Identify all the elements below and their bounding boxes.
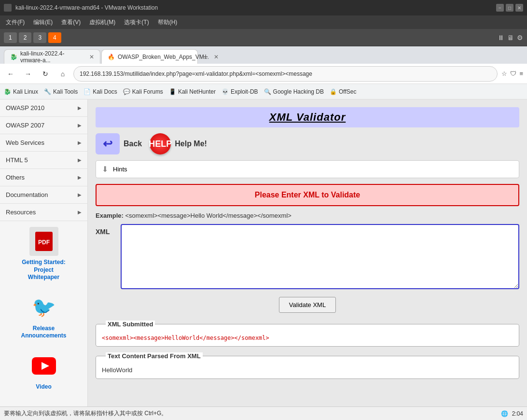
xml-textarea[interactable] bbox=[121, 224, 519, 289]
app-icon bbox=[4, 4, 12, 12]
vm-tab-close[interactable]: ✕ bbox=[89, 54, 94, 60]
bookmarks-bar: 🐉 Kali Linux 🔧 Kali Tools 📄 Kali Docs 💬 … bbox=[0, 84, 527, 99]
vm-tabs: 1 2 3 4 bbox=[4, 32, 61, 43]
xml-submitted-legend: XML Submitted bbox=[106, 321, 155, 328]
sidebar-release-announcements[interactable]: 🐦 ReleaseAnnouncements bbox=[0, 287, 87, 346]
minimize-button[interactable]: − bbox=[496, 4, 504, 12]
bookmark-kali-nethunter[interactable]: 📱 Kali NetHunter bbox=[169, 88, 216, 95]
vm-tab-favicon: 🐉 bbox=[10, 54, 17, 60]
close-button[interactable]: ✕ bbox=[515, 4, 523, 12]
home-button[interactable]: ⌂ bbox=[56, 67, 69, 81]
title-bar: kali-linux-2022.4-vmware-amd64 - VMware … bbox=[0, 0, 527, 15]
hints-label: Hints bbox=[113, 166, 127, 173]
validate-btn-row: Validate XML bbox=[96, 297, 519, 313]
menu-help[interactable]: 帮助(H) bbox=[154, 16, 181, 28]
sidebar-item-owasp2007[interactable]: OWASP 2007 ▶ bbox=[0, 117, 87, 134]
owasp-tab-label: OWASP_Broken_Web_Apps_VM... bbox=[118, 54, 209, 60]
address-input[interactable] bbox=[73, 66, 498, 82]
address-bar: ← → ↻ ⌂ ☆ 🛡 ≡ bbox=[0, 64, 527, 84]
menu-vm[interactable]: 虚拟机(M) bbox=[85, 16, 119, 28]
window-controls: − □ ✕ bbox=[496, 4, 523, 12]
bookmark-kali-forums[interactable]: 💬 Kali Forums bbox=[123, 88, 163, 95]
status-text: 要将输入定向到该虚拟机，请将鼠标指针移入其中或按 Ctrl+G。 bbox=[4, 409, 167, 418]
browser-tab-owasp[interactable]: 🔥 OWASP_Broken_Web_Apps_VM... ✕ bbox=[101, 49, 198, 64]
vmware-toolbar: 1 2 3 4 ⏸ 🖥 ⚙ bbox=[0, 29, 527, 46]
settings-icon: ⚙ bbox=[517, 34, 523, 42]
vmware-toolbar-icons: ⏸ 🖥 ⚙ bbox=[498, 34, 523, 42]
bookmark-exploit-db[interactable]: 💀 Exploit-DB bbox=[222, 88, 258, 95]
back-arrow-icon: ↩ bbox=[96, 133, 120, 154]
back-button[interactable]: ↩ Back bbox=[96, 133, 142, 154]
sidebar-item-documentation[interactable]: Documentation ▶ bbox=[0, 186, 87, 204]
release-announcements-label: ReleaseAnnouncements bbox=[6, 325, 82, 340]
help-icon: HELP bbox=[150, 133, 171, 154]
owasp2007-arrow-icon: ▶ bbox=[78, 123, 82, 128]
example-label: Example: bbox=[96, 212, 124, 219]
action-bar: ↩ Back HELP Help Me! bbox=[96, 133, 519, 154]
sidebar-item-others[interactable]: Others ▶ bbox=[0, 169, 87, 186]
xml-submitted-fieldset: XML Submitted <somexml><message>HelloWor… bbox=[96, 321, 519, 347]
bookmark-kali-docs[interactable]: 📄 Kali Docs bbox=[83, 88, 117, 95]
main-area: OWASP 2010 ▶ OWASP 2007 ▶ Web Services ▶… bbox=[0, 99, 527, 406]
address-bar-icons: ☆ 🛡 ≡ bbox=[501, 70, 523, 77]
vm-tab-1[interactable]: 1 bbox=[4, 32, 17, 43]
others-arrow-icon: ▶ bbox=[78, 175, 82, 180]
sidebar-item-web-services[interactable]: Web Services ▶ bbox=[0, 134, 87, 152]
forward-nav-button[interactable]: → bbox=[21, 67, 35, 81]
menu-edit[interactable]: 编辑(E) bbox=[29, 16, 56, 28]
help-button[interactable]: HELP Help Me! bbox=[150, 133, 207, 154]
vm-tab-4[interactable]: 4 bbox=[48, 32, 61, 43]
sidebar: OWASP 2010 ▶ OWASP 2007 ▶ Web Services ▶… bbox=[0, 99, 88, 406]
example-value: <somexml><message>Hello World</message><… bbox=[125, 212, 291, 219]
menu-file[interactable]: 文件(F) bbox=[2, 16, 28, 28]
svg-text:PDF: PDF bbox=[38, 239, 50, 246]
bookmark-kali-linux[interactable]: 🐉 Kali Linux bbox=[4, 88, 38, 95]
web-services-arrow-icon: ▶ bbox=[78, 140, 82, 145]
browser-tab-vm[interactable]: 🐉 kali-linux-2022.4-vmware-a... ✕ bbox=[4, 49, 100, 64]
help-label: Help Me! bbox=[175, 140, 207, 148]
menu-icon[interactable]: ≡ bbox=[519, 70, 523, 77]
text-parsed-legend: Text Content Parsed From XML bbox=[106, 352, 203, 360]
content-area: XML Validator ↩ Back HELP Help Me! ⬇ Hin… bbox=[88, 99, 527, 406]
status-right: 🌐 2:04 bbox=[501, 410, 523, 417]
sidebar-video[interactable]: Video bbox=[0, 346, 87, 397]
screen-icon: 🖥 bbox=[507, 34, 514, 42]
vm-tab-3[interactable]: 3 bbox=[33, 32, 46, 43]
bookmark-kali-tools[interactable]: 🔧 Kali Tools bbox=[44, 88, 78, 95]
vm-tab-2[interactable]: 2 bbox=[19, 32, 32, 43]
hints-icon: ⬇ bbox=[102, 165, 108, 174]
clock: 2:04 bbox=[512, 410, 523, 417]
text-parsed-value: HelloWorld bbox=[102, 366, 513, 374]
star-icon[interactable]: ☆ bbox=[501, 70, 507, 77]
sidebar-item-owasp2010[interactable]: OWASP 2010 ▶ bbox=[0, 99, 87, 117]
documentation-arrow-icon: ▶ bbox=[78, 192, 82, 197]
sidebar-item-html5[interactable]: HTML 5 ▶ bbox=[0, 152, 87, 169]
xml-form: XML bbox=[96, 224, 519, 289]
owasp-tab-close[interactable]: ✕ bbox=[214, 54, 219, 60]
bookmark-offsec[interactable]: 🔒 OffSec bbox=[330, 88, 356, 95]
validate-button[interactable]: Validate XML bbox=[279, 297, 336, 313]
menu-view[interactable]: 查看(V) bbox=[57, 16, 84, 28]
resources-arrow-icon: ▶ bbox=[78, 210, 82, 215]
back-label: Back bbox=[124, 140, 142, 148]
shield-icon: 🛡 bbox=[510, 70, 516, 77]
sidebar-getting-started[interactable]: PDF Getting Started:ProjectWhitepaper bbox=[0, 221, 87, 287]
status-bar: 要将输入定向到该虚拟机，请将鼠标指针移入其中或按 Ctrl+G。 🌐 2:04 bbox=[0, 406, 527, 420]
xml-submitted-value: <somexml><message>HelloWorld</message></… bbox=[102, 335, 513, 341]
bookmark-google-hacking[interactable]: 🔍 Google Hacking DB bbox=[264, 88, 324, 95]
new-tab-button[interactable]: + bbox=[199, 50, 212, 64]
reload-button[interactable]: ↻ bbox=[39, 67, 52, 81]
window-title: kali-linux-2022.4-vmware-amd64 - VMware … bbox=[15, 4, 492, 11]
video-label: Video bbox=[6, 383, 82, 391]
back-nav-button[interactable]: ← bbox=[4, 67, 17, 81]
twitter-icon: 🐦 bbox=[29, 293, 58, 322]
sidebar-item-resources[interactable]: Resources ▶ bbox=[0, 204, 87, 221]
xml-label: XML bbox=[96, 224, 115, 236]
menu-tabs[interactable]: 选项卡(T) bbox=[120, 16, 153, 28]
network-icon: 🌐 bbox=[501, 410, 508, 417]
html5-arrow-icon: ▶ bbox=[78, 157, 82, 163]
maximize-button[interactable]: □ bbox=[506, 4, 513, 12]
hints-bar[interactable]: ⬇ Hints bbox=[96, 160, 519, 178]
vm-tab-label: kali-linux-2022.4-vmware-a... bbox=[20, 50, 84, 64]
owasp-tab-favicon: 🔥 bbox=[108, 54, 115, 60]
